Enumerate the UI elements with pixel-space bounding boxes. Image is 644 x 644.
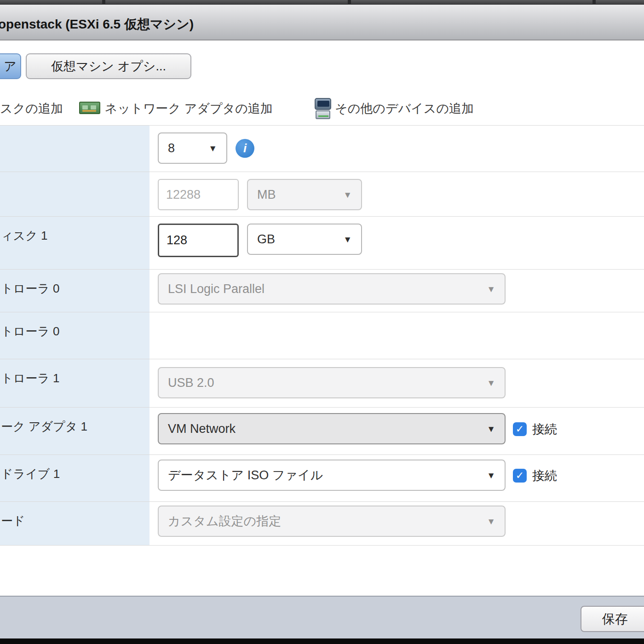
network-adapter-select[interactable]: VM Network ▼ [158, 413, 506, 444]
tab-vm-options[interactable]: 仮想マシン オプシ... [26, 53, 191, 79]
memory-size-input[interactable] [158, 179, 239, 210]
bottom-chrome-bar [0, 638, 644, 644]
network-adapter-row: ーク アダプタ 1 VM Network ▼ ✓ 接続 [0, 407, 644, 454]
scsi-controller-value: LSI Logic Parallel [168, 282, 264, 296]
chevron-down-icon: ▼ [487, 379, 495, 387]
chevron-down-icon: ▼ [487, 517, 495, 526]
sata-controller-label: トローラ 0 [0, 312, 150, 359]
cd-connect-checkbox[interactable]: ✓ [513, 469, 527, 483]
hard-disk-row: ィスク 1 GB ▼ [0, 216, 644, 269]
disk-unit-select[interactable]: GB ▼ [247, 224, 362, 255]
usb-controller-value: USB 2.0 [168, 376, 214, 390]
chevron-down-icon: ▼ [343, 190, 352, 199]
tab-virtual-hardware-label: ア [4, 58, 17, 75]
hard-disk-label: ィスク 1 [0, 217, 150, 269]
scsi-controller-select[interactable]: LSI Logic Parallel ▼ [158, 273, 506, 305]
tab-virtual-hardware[interactable]: ア [0, 53, 21, 79]
memory-unit-select[interactable]: MB ▼ [247, 179, 362, 210]
memory-unit-value: MB [257, 188, 276, 202]
sata-controller-row: トローラ 0 [0, 312, 644, 359]
cd-drive-label: ドライブ 1 [0, 455, 150, 501]
add-network-adapter-button[interactable]: ネットワーク アダプタの追加 [105, 100, 273, 117]
scsi-controller-row: トローラ 0 LSI Logic Parallel ▼ [0, 269, 644, 312]
cpu-count-select[interactable]: 8 ▼ [158, 132, 227, 164]
add-hard-disk-button[interactable]: スクの追加 [0, 100, 63, 117]
usb-controller-select[interactable]: USB 2.0 ▼ [158, 367, 506, 398]
cd-drive-value: データストア ISO ファイル [168, 467, 323, 483]
cd-drive-select[interactable]: データストア ISO ファイル ▼ [158, 460, 506, 491]
chevron-down-icon: ▼ [487, 425, 495, 433]
cpu-row: 8 ▼ i [0, 125, 644, 172]
cpu-label [0, 126, 150, 172]
chevron-down-icon: ▼ [487, 285, 495, 293]
disk-unit-value: GB [257, 232, 275, 247]
cd-connect-label: 接続 [532, 467, 557, 484]
network-adapter-label: ーク アダプタ 1 [0, 408, 150, 454]
chrome-tick [102, 0, 105, 5]
dialog-title: openstack (ESXi 6.5 仮想マシン) [0, 16, 194, 33]
usb-controller-row: トローラ 1 USB 2.0 ▼ [0, 359, 644, 407]
dialog-footer: 保存 [0, 596, 644, 638]
video-card-value: カスタム設定の指定 [168, 513, 281, 529]
memory-label [0, 172, 150, 216]
cpu-count-value: 8 [168, 141, 175, 155]
dialog-title-bar: openstack (ESXi 6.5 仮想マシン) [0, 5, 644, 40]
add-other-device-button[interactable]: その他のデバイスの追加 [335, 100, 474, 117]
video-card-row: ード カスタム設定の指定 ▼ [0, 501, 644, 545]
tab-vm-options-label: 仮想マシン オプシ... [51, 58, 166, 75]
other-device-icon [315, 98, 331, 119]
video-card-select[interactable]: カスタム設定の指定 ▼ [158, 506, 506, 537]
chevron-down-icon: ▼ [487, 471, 495, 480]
network-adapter-icon [79, 102, 100, 114]
network-connect-checkbox[interactable]: ✓ [513, 422, 527, 436]
network-connect-label: 接続 [532, 421, 557, 437]
cd-drive-row: ドライブ 1 データストア ISO ファイル ▼ ✓ 接続 [0, 454, 644, 501]
chrome-tick [348, 0, 351, 5]
video-card-label: ード [0, 502, 150, 545]
network-adapter-value: VM Network [168, 422, 236, 436]
chrome-tick [592, 0, 596, 5]
top-chrome-bar [0, 0, 644, 5]
hardware-settings-table: 8 ▼ i MB ▼ ィスク 1 GB [0, 125, 644, 546]
info-icon[interactable]: i [236, 139, 254, 158]
chevron-down-icon: ▼ [343, 235, 352, 244]
save-button[interactable]: 保存 [581, 606, 644, 632]
chevron-down-icon: ▼ [208, 144, 217, 153]
vm-settings-dialog: openstack (ESXi 6.5 仮想マシン) ア 仮想マシン オプシ..… [0, 0, 644, 644]
scsi-controller-label: トローラ 0 [0, 270, 150, 312]
usb-controller-label: トローラ 1 [0, 359, 150, 407]
memory-row: MB ▼ [0, 172, 644, 216]
disk-size-input[interactable] [158, 224, 239, 257]
